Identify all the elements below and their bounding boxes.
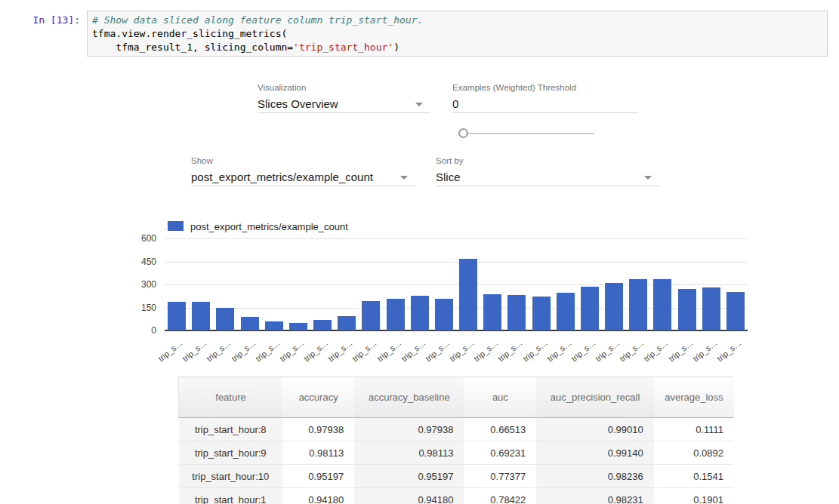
sort-by-label: Sort by bbox=[436, 156, 659, 165]
threshold-label: Examples (Weighted) Threshold bbox=[452, 83, 638, 92]
y-tick-label: 150 bbox=[126, 303, 156, 313]
legend-swatch bbox=[168, 221, 184, 231]
column-header-feature[interactable]: feature bbox=[179, 377, 283, 418]
metric-cell: 0.77377 bbox=[464, 465, 536, 488]
threshold-input[interactable]: 0 bbox=[452, 96, 638, 113]
table-row[interactable]: trip_start_hour:100.951970.951970.773770… bbox=[179, 465, 735, 488]
bar-20[interactable] bbox=[653, 279, 671, 330]
show-value[interactable]: post_export_metrics/example_count bbox=[191, 169, 415, 186]
threshold-field[interactable]: Examples (Weighted) Threshold 0 bbox=[452, 83, 638, 113]
bar-11[interactable] bbox=[435, 299, 453, 330]
visualization-dropdown[interactable]: Visualization Slices Overview bbox=[258, 83, 430, 113]
y-tick-label: 300 bbox=[126, 279, 156, 290]
table-row[interactable]: trip_start_hour:10.941800.941800.784220.… bbox=[179, 488, 735, 504]
chevron-down-icon bbox=[415, 103, 423, 106]
metric-cell: 0.78422 bbox=[464, 488, 536, 504]
metric-cell: 0.99140 bbox=[536, 441, 653, 465]
bar-18[interactable] bbox=[605, 283, 623, 330]
bar-10[interactable] bbox=[411, 296, 429, 330]
metric-cell: 0.1111 bbox=[654, 418, 734, 441]
metric-cell: 0.97938 bbox=[282, 418, 354, 441]
feature-cell: trip_start_hour:10 bbox=[179, 465, 283, 488]
bar-9[interactable] bbox=[387, 299, 405, 330]
metric-cell: 0.98113 bbox=[354, 441, 464, 465]
bar-4[interactable] bbox=[265, 321, 283, 330]
code-line-3: tfma_result_1, slicing_column='trip_star… bbox=[92, 41, 399, 53]
bar-21[interactable] bbox=[678, 289, 696, 330]
y-tick-label: 450 bbox=[126, 257, 156, 267]
metric-cell: 0.94180 bbox=[282, 488, 354, 504]
metric-cell: 0.98236 bbox=[536, 465, 653, 488]
chevron-down-icon bbox=[400, 176, 408, 180]
chevron-down-icon bbox=[644, 176, 652, 180]
threshold-slider[interactable] bbox=[458, 128, 596, 139]
bar-3[interactable] bbox=[241, 317, 259, 330]
bar-1[interactable] bbox=[192, 302, 210, 330]
sort-by-dropdown[interactable]: Sort by Slice bbox=[436, 156, 659, 186]
column-header-auc[interactable]: auc bbox=[464, 377, 536, 418]
metric-cell: 0.97938 bbox=[354, 418, 464, 441]
metric-cell: 0.95197 bbox=[282, 465, 354, 488]
metrics-table-container[interactable]: featureaccuracyaccuracy_baselineaucauc_p… bbox=[178, 376, 734, 504]
metric-cell: 0.1541 bbox=[654, 465, 734, 488]
metric-cell: 0.95197 bbox=[354, 465, 464, 488]
bar-0[interactable] bbox=[168, 302, 186, 330]
bar-8[interactable] bbox=[362, 301, 380, 330]
bar-2[interactable] bbox=[216, 308, 234, 330]
bar-12[interactable] bbox=[459, 259, 477, 330]
bar-14[interactable] bbox=[507, 295, 526, 330]
bar-22[interactable] bbox=[702, 287, 720, 330]
bar-17[interactable] bbox=[581, 287, 599, 330]
bar-5[interactable] bbox=[289, 323, 307, 330]
code-line-2: tfma.view.render_slicing_metrics( bbox=[92, 28, 287, 39]
column-header-accuracy_baseline[interactable]: accuracy_baseline bbox=[354, 377, 464, 418]
metrics-table-body: trip_start_hour:80.979380.979380.665130.… bbox=[179, 418, 735, 504]
bar-23[interactable] bbox=[726, 292, 745, 330]
visualization-value[interactable]: Slices Overview bbox=[258, 96, 430, 113]
feature-cell: trip_start_hour:1 bbox=[179, 488, 283, 504]
slider-track[interactable] bbox=[467, 133, 594, 134]
metrics-table: featureaccuracyaccuracy_baselineaucauc_p… bbox=[178, 376, 734, 504]
bar-6[interactable] bbox=[313, 320, 332, 330]
metric-cell: 0.99010 bbox=[536, 418, 653, 441]
feature-cell: trip_start_hour:8 bbox=[179, 418, 283, 441]
cell-input-prompt: In [13]: bbox=[21, 14, 80, 26]
metric-cell: 0.1901 bbox=[654, 488, 734, 504]
metric-cell: 0.69231 bbox=[464, 441, 536, 465]
metric-cell: 0.66513 bbox=[464, 418, 536, 441]
bar-19[interactable] bbox=[629, 279, 647, 330]
table-row[interactable]: trip_start_hour:80.979380.979380.665130.… bbox=[179, 418, 735, 441]
table-row[interactable]: trip_start_hour:90.981130.981130.692310.… bbox=[179, 441, 735, 465]
y-tick-label: 600 bbox=[126, 233, 156, 244]
y-tick-label: 0 bbox=[126, 325, 156, 336]
metrics-table-header-row: featureaccuracyaccuracy_baselineaucauc_p… bbox=[179, 377, 735, 418]
show-metric-dropdown[interactable]: Show post_export_metrics/example_count bbox=[191, 156, 415, 186]
bar-13[interactable] bbox=[483, 294, 501, 330]
code-cell[interactable]: # Show data sliced along feature column … bbox=[87, 11, 828, 57]
bar-7[interactable] bbox=[338, 316, 356, 330]
code-comment: # Show data sliced along feature column … bbox=[92, 14, 423, 26]
gridline bbox=[165, 262, 748, 263]
metric-cell: 0.98113 bbox=[282, 441, 354, 465]
column-header-auc_precision_recall[interactable]: auc_precision_recall bbox=[536, 377, 653, 418]
metric-cell: 0.0892 bbox=[654, 441, 734, 465]
slider-thumb[interactable] bbox=[458, 128, 468, 138]
bar-16[interactable] bbox=[557, 293, 575, 330]
show-label: Show bbox=[191, 156, 415, 165]
sort-by-value[interactable]: Slice bbox=[436, 169, 659, 186]
visualization-label: Visualization bbox=[258, 83, 430, 92]
metric-cell: 0.94180 bbox=[354, 488, 464, 504]
column-header-average_loss[interactable]: average_loss bbox=[654, 377, 734, 418]
bar-15[interactable] bbox=[532, 297, 551, 330]
gridline bbox=[165, 238, 748, 239]
slices-bar-chart bbox=[165, 239, 748, 331]
feature-cell: trip_start_hour:9 bbox=[179, 441, 283, 465]
legend-label: post_export_metrics/example_count bbox=[190, 221, 348, 232]
metric-cell: 0.98231 bbox=[536, 488, 653, 504]
column-header-accuracy[interactable]: accuracy bbox=[282, 377, 354, 418]
